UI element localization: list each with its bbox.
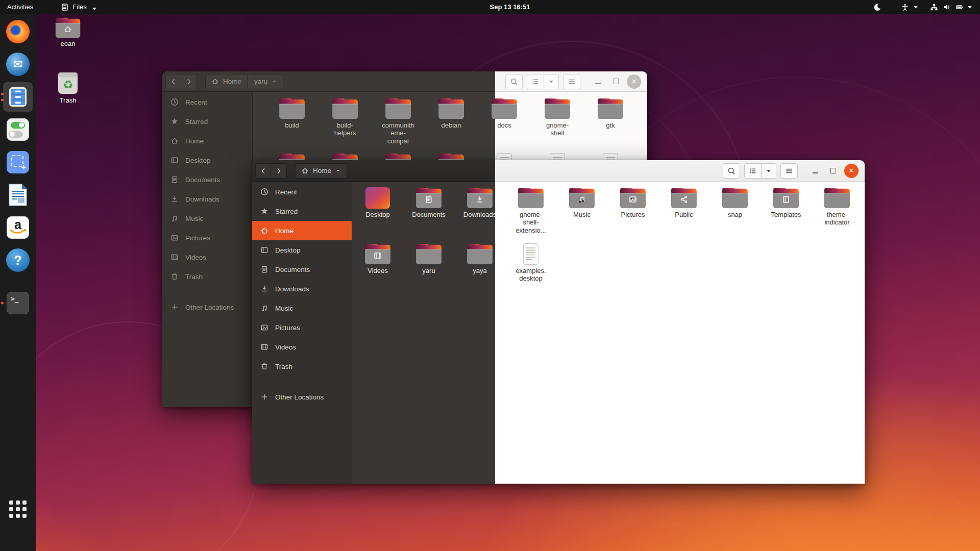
desktop-icon-eoan[interactable]: eoan xyxy=(50,17,86,47)
amazon-icon: a xyxy=(7,216,29,239)
headerbar[interactable]: ✕ xyxy=(495,71,647,92)
folder-Desktop[interactable]: Desktop xyxy=(352,185,403,218)
sidebar-item-documents[interactable]: Documents xyxy=(162,170,252,189)
view-list-button[interactable] xyxy=(744,163,762,179)
sidebar-item-downloads[interactable]: Downloads xyxy=(162,189,252,209)
minimize-button[interactable] xyxy=(591,75,604,88)
sidebar-item-desktop[interactable]: Desktop xyxy=(162,151,252,170)
folder-build-helpers[interactable]: build- helpers xyxy=(318,95,372,137)
dock-item-terminal[interactable]: >_ xyxy=(3,288,33,318)
folder-gtk[interactable]: gtk xyxy=(584,95,637,129)
chevron-down-icon[interactable] xyxy=(912,3,920,11)
folder-debian[interactable]: debian xyxy=(425,95,478,129)
sidebar-item-home[interactable]: Home xyxy=(252,221,352,240)
sidebar-item-trash[interactable]: Trash xyxy=(252,357,352,376)
dock-item-help[interactable]: ? xyxy=(3,245,33,275)
folder-theme-indicator[interactable]: theme- indicator xyxy=(812,185,863,227)
back-button[interactable] xyxy=(165,74,181,89)
view-options-button[interactable] xyxy=(762,163,776,179)
dock-item-amazon[interactable]: a xyxy=(3,213,33,242)
search-button[interactable] xyxy=(505,74,523,89)
path-segment-home[interactable]: Home xyxy=(313,167,331,174)
dock-item-libreoffice-writer[interactable] xyxy=(3,180,33,210)
back-button[interactable] xyxy=(255,163,271,179)
sidebar-item-documents[interactable]: Documents xyxy=(252,260,352,279)
maximize-button[interactable] xyxy=(609,75,622,88)
view-list-button[interactable] xyxy=(527,74,544,89)
folder-Downloads[interactable]: Downloads xyxy=(454,185,505,218)
battery-icon[interactable] xyxy=(955,3,964,11)
menu-button[interactable] xyxy=(780,163,798,179)
dock-item-screenshot[interactable]: + xyxy=(3,147,33,177)
folder-yaya[interactable]: yaya xyxy=(454,241,505,274)
sidebar-item-other-locations[interactable]: Other Locations xyxy=(252,387,352,407)
folder-gnome-shell-extensio[interactable]: gnome- shell- extensio... xyxy=(505,185,556,234)
maximize-button[interactable] xyxy=(826,164,840,178)
headerbar[interactable]: ✕ xyxy=(495,160,865,182)
dock-item-tweaks[interactable] xyxy=(3,115,33,144)
file-examples.desktop[interactable]: examples. desktop xyxy=(505,241,556,283)
sidebar-item-music[interactable]: Music xyxy=(162,209,252,228)
path-bar[interactable]: Homeyaru xyxy=(205,74,283,89)
volume-icon[interactable] xyxy=(943,3,951,11)
dock-item-firefox[interactable] xyxy=(3,17,33,46)
dock-item-thunderbird[interactable]: ✉ xyxy=(3,49,33,79)
folder-icon xyxy=(415,185,443,209)
sidebar-item-starred[interactable]: Starred xyxy=(162,112,252,131)
folder-build[interactable]: build xyxy=(265,95,318,129)
sidebar-item-videos[interactable]: Videos xyxy=(252,337,352,357)
headerbar[interactable]: Homeyaru xyxy=(162,71,495,92)
desktop-icon-trash[interactable]: ♻Trash xyxy=(50,71,86,104)
clock[interactable]: Sep 13 16:51 xyxy=(474,3,546,11)
system-tray[interactable] xyxy=(873,3,980,11)
dock-item-files[interactable] xyxy=(3,82,33,112)
folder-Pictures[interactable]: Pictures xyxy=(607,185,658,218)
path-segment-home[interactable]: Home xyxy=(223,78,241,85)
sidebar-item-desktop[interactable]: Desktop xyxy=(252,240,352,260)
menu-button[interactable] xyxy=(563,74,580,89)
sidebar-item-recent[interactable]: Recent xyxy=(162,92,252,112)
sidebar-item-label: Videos xyxy=(185,254,206,261)
sidebar-item-label: Trash xyxy=(185,273,203,281)
accessibility-icon[interactable] xyxy=(901,3,909,11)
folder-docs[interactable]: docs xyxy=(478,95,531,129)
folder-Templates[interactable]: Templates xyxy=(761,185,812,218)
sidebar-item-home[interactable]: Home xyxy=(162,131,252,151)
sidebar-item-music[interactable]: Music xyxy=(252,298,352,318)
sidebar-item-other-locations[interactable]: Other Locations xyxy=(162,297,252,317)
content-area-dark[interactable] xyxy=(352,182,495,484)
forward-button[interactable] xyxy=(181,74,197,89)
sidebar-item-pictures[interactable]: Pictures xyxy=(252,318,352,337)
network-wired-icon[interactable] xyxy=(930,3,938,11)
folder-communitheme-compat[interactable]: communith eme- compat xyxy=(372,95,425,145)
sidebar-item-starred[interactable]: Starred xyxy=(252,202,352,221)
folder-icon xyxy=(365,185,390,209)
sidebar-item-recent[interactable]: Recent xyxy=(252,182,352,202)
folder-gnome-shell[interactable]: gnome- shell xyxy=(531,95,584,137)
forward-button[interactable] xyxy=(271,163,287,179)
night-light-icon[interactable] xyxy=(873,3,881,11)
close-button[interactable]: ✕ xyxy=(844,164,859,178)
path-bar[interactable]: Home xyxy=(295,163,347,179)
minimize-button[interactable] xyxy=(808,164,822,178)
sidebar-item-downloads[interactable]: Downloads xyxy=(252,279,352,298)
folder-Public[interactable]: Public xyxy=(658,185,709,218)
folder-yaru[interactable]: yaru xyxy=(403,241,454,274)
chevron-down-icon[interactable] xyxy=(966,3,974,11)
app-menu-files[interactable]: Files xyxy=(55,0,101,14)
view-options-button[interactable] xyxy=(544,74,559,89)
folder-Music[interactable]: Music xyxy=(556,185,607,218)
search-button[interactable] xyxy=(723,163,740,179)
folder-snap[interactable]: snap xyxy=(709,185,761,218)
files-window-home[interactable]: Home✕RecentStarredHomeDesktopDocumentsDo… xyxy=(252,160,865,484)
sidebar-item-trash[interactable]: Trash xyxy=(162,267,252,286)
close-button[interactable]: ✕ xyxy=(627,74,641,89)
sidebar-item-pictures[interactable]: Pictures xyxy=(162,228,252,247)
sidebar-item-videos[interactable]: Videos xyxy=(162,247,252,267)
headerbar[interactable]: Home xyxy=(252,160,495,182)
folder-Videos[interactable]: Videos xyxy=(352,241,403,274)
path-segment-yaru[interactable]: yaru xyxy=(254,78,267,85)
folder-Documents[interactable]: Documents xyxy=(403,185,454,218)
show-applications-button[interactable] xyxy=(7,498,29,520)
activities-button[interactable]: Activities xyxy=(0,0,40,14)
